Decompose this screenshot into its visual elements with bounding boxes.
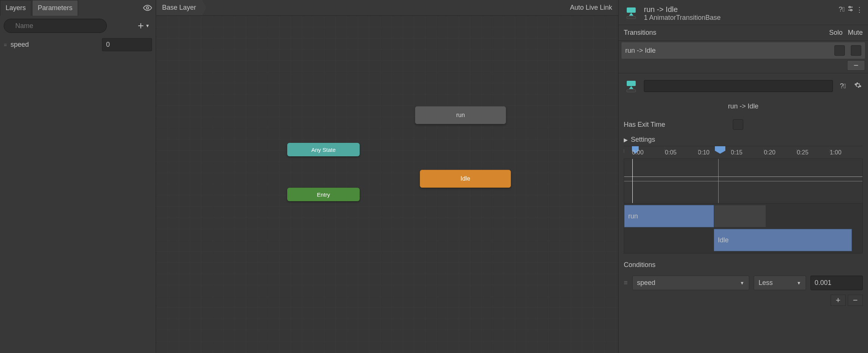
inspector-header: run -> Idle 1 AnimatorTransitionBase ?⃝ … bbox=[619, 2, 868, 25]
drag-handle-icon[interactable]: ≡ bbox=[4, 42, 7, 48]
add-condition-button[interactable]: + bbox=[831, 295, 846, 306]
tab-parameters[interactable]: Parameters bbox=[32, 0, 78, 16]
transition-lines bbox=[156, 16, 268, 72]
parameters-panel: Layers Parameters ⌕ +▼ ≡ speed bbox=[0, 0, 156, 353]
help-icon[interactable]: ?⃝ bbox=[838, 6, 845, 13]
menu-icon[interactable]: ⋮ bbox=[856, 6, 863, 14]
has-exit-time-row: Has Exit Time bbox=[619, 116, 868, 133]
breadcrumb[interactable]: Base Layer bbox=[156, 0, 202, 15]
named-transition-row: ?⃝ bbox=[619, 73, 868, 99]
ruler-tick: 0:10 bbox=[698, 149, 731, 156]
transition-name-display: run -> Idle bbox=[619, 99, 868, 116]
disclosure-triangle-icon: ▶ bbox=[624, 137, 628, 143]
animator-canvas-panel: Base Layer Auto Live Link run Any State … bbox=[156, 0, 618, 353]
transition-list-item[interactable]: run -> Idle bbox=[621, 42, 865, 59]
blend-diagram[interactable]: run Idle bbox=[624, 203, 863, 254]
remove-transition-button[interactable]: − bbox=[847, 60, 865, 71]
remove-condition-button[interactable]: − bbox=[848, 295, 863, 306]
breadcrumb-row: Base Layer Auto Live Link bbox=[156, 0, 618, 16]
chevron-down-icon: ▼ bbox=[740, 280, 744, 286]
svg-rect-12 bbox=[627, 81, 636, 86]
condition-op-select[interactable]: Less ▼ bbox=[754, 276, 806, 290]
state-node-idle[interactable]: Idle bbox=[420, 170, 511, 188]
inspector-subtitle: 1 AnimatorTransitionBase bbox=[644, 14, 833, 22]
state-node-any-state[interactable]: Any State bbox=[287, 143, 360, 156]
ruler-tick: 0:05 bbox=[665, 149, 698, 156]
condition-value-input[interactable] bbox=[810, 276, 863, 290]
solo-checkbox[interactable] bbox=[834, 45, 845, 56]
has-exit-time-checkbox[interactable] bbox=[733, 119, 743, 130]
param-row-speed[interactable]: ≡ speed bbox=[0, 36, 156, 53]
drag-handle-icon[interactable]: ≡ bbox=[624, 279, 628, 287]
inspector-title: run -> Idle bbox=[644, 5, 833, 14]
transition-timeline[interactable]: 0:00 0:05 0:10 0:15 0:20 0:25 1:00 run I… bbox=[619, 146, 868, 254]
ruler-tick: 0:00 bbox=[624, 149, 665, 156]
mute-checkbox[interactable] bbox=[851, 45, 861, 56]
ruler-tick: 0:15 bbox=[731, 149, 764, 156]
svg-point-10 bbox=[849, 6, 850, 8]
transition-item-label: run -> Idle bbox=[625, 47, 828, 55]
svg-rect-6 bbox=[627, 7, 636, 13]
svg-point-0 bbox=[146, 7, 149, 9]
visibility-icon[interactable] bbox=[139, 0, 156, 16]
transition-name-input[interactable] bbox=[644, 80, 833, 92]
has-exit-time-label: Has Exit Time bbox=[624, 121, 665, 129]
svg-rect-13 bbox=[627, 90, 636, 92]
param-search-row: ⌕ +▼ bbox=[0, 16, 156, 36]
solo-header: Solo bbox=[829, 29, 843, 37]
state-node-entry[interactable]: Entry bbox=[287, 188, 360, 201]
state-node-run[interactable]: run bbox=[415, 106, 506, 124]
ruler-tick: 1:00 bbox=[830, 149, 863, 156]
param-name: speed bbox=[10, 41, 98, 49]
animator-graph-canvas[interactable]: run Any State Idle Entry bbox=[156, 16, 618, 353]
condition-row: ≡ speed ▼ Less ▼ bbox=[619, 273, 868, 293]
panel-tabs: Layers Parameters bbox=[0, 0, 156, 16]
transitions-section-header: Transitions Solo Mute bbox=[619, 25, 868, 41]
ruler-tick: 0:20 bbox=[764, 149, 797, 156]
param-search-input[interactable] bbox=[4, 19, 107, 33]
param-value-input[interactable] bbox=[102, 38, 152, 51]
tab-layers[interactable]: Layers bbox=[0, 0, 31, 16]
chevron-down-icon: ▼ bbox=[145, 23, 150, 28]
transitions-label: Transitions bbox=[624, 29, 829, 37]
inspector-panel: run -> Idle 1 AnimatorTransitionBase ?⃝ … bbox=[618, 0, 868, 353]
svg-rect-7 bbox=[627, 16, 636, 19]
blend-bar-run-fade bbox=[714, 205, 766, 227]
svg-point-11 bbox=[850, 9, 852, 11]
mute-header: Mute bbox=[848, 29, 863, 37]
blend-bar-idle[interactable]: Idle bbox=[714, 229, 852, 251]
chevron-down-icon: ▼ bbox=[797, 280, 801, 286]
conditions-header: Conditions bbox=[619, 257, 868, 273]
help-icon[interactable]: ?⃝ bbox=[838, 82, 848, 90]
time-ruler[interactable]: 0:00 0:05 0:10 0:15 0:20 0:25 1:00 bbox=[624, 146, 863, 159]
condition-param-select[interactable]: speed ▼ bbox=[632, 276, 749, 290]
add-parameter-button[interactable]: +▼ bbox=[136, 20, 152, 32]
transition-icon bbox=[624, 5, 639, 20]
ruler-tick: 0:25 bbox=[797, 149, 830, 156]
auto-live-link-toggle[interactable]: Auto Live Link bbox=[564, 4, 618, 12]
preset-icon[interactable] bbox=[847, 5, 854, 14]
gear-icon[interactable] bbox=[853, 82, 863, 91]
settings-label: Settings bbox=[631, 136, 655, 144]
settings-foldout[interactable]: ▶ Settings bbox=[619, 133, 868, 146]
transition-icon bbox=[624, 79, 639, 93]
waveform-preview[interactable] bbox=[624, 159, 863, 203]
